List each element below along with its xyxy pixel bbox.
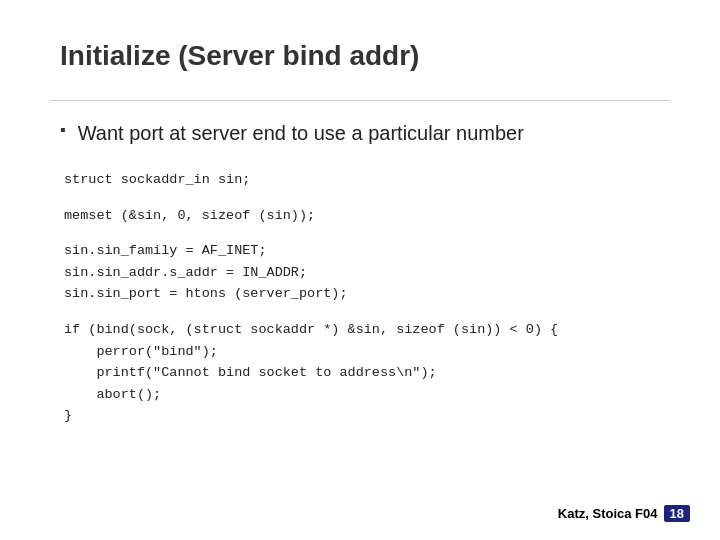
- code-line: sin.sin_addr.s_addr = IN_ADDR;: [64, 262, 670, 284]
- code-line: printf("Cannot bind socket to address\n"…: [64, 362, 670, 384]
- code-block: struct sockaddr_in sin; memset (&sin, 0,…: [50, 169, 670, 427]
- footer-author: Katz, Stoica F04: [558, 506, 658, 521]
- code-line: perror("bind");: [64, 341, 670, 363]
- bullet-symbol: ▪: [60, 121, 66, 139]
- code-section-3: sin.sin_family = AF_INET; sin.sin_addr.s…: [64, 240, 670, 305]
- code-section-1: struct sockaddr_in sin;: [64, 169, 670, 191]
- slide-title: Initialize (Server bind addr): [50, 40, 670, 72]
- code-line: memset (&sin, 0, sizeof (sin));: [64, 205, 670, 227]
- code-line: if (bind(sock, (struct sockaddr *) &sin,…: [64, 319, 670, 341]
- footer: Katz, Stoica F04 18: [558, 505, 690, 522]
- code-line: sin.sin_family = AF_INET;: [64, 240, 670, 262]
- bullet-text: Want port at server end to use a particu…: [78, 119, 524, 147]
- code-section-4: if (bind(sock, (struct sockaddr *) &sin,…: [64, 319, 670, 427]
- slide: Initialize (Server bind addr) ▪ Want por…: [0, 0, 720, 540]
- footer-page-number: 18: [664, 505, 690, 522]
- code-line: struct sockaddr_in sin;: [64, 169, 670, 191]
- divider: [50, 100, 670, 101]
- bullet-point: ▪ Want port at server end to use a parti…: [50, 119, 670, 147]
- code-line: }: [64, 405, 670, 427]
- code-line: abort();: [64, 384, 670, 406]
- code-line: sin.sin_port = htons (server_port);: [64, 283, 670, 305]
- code-section-2: memset (&sin, 0, sizeof (sin));: [64, 205, 670, 227]
